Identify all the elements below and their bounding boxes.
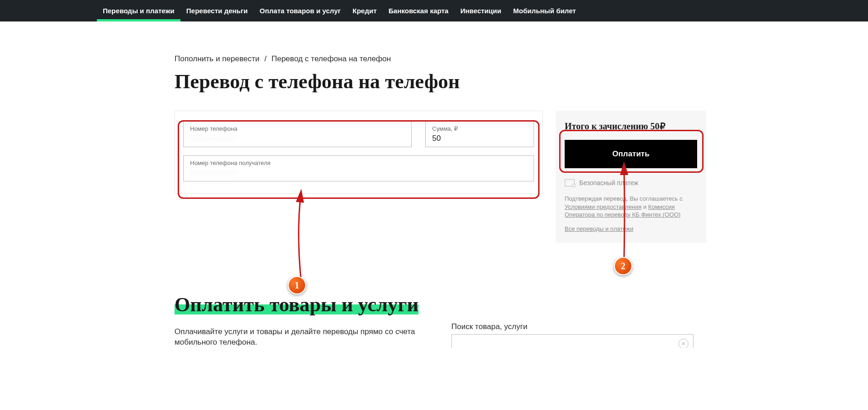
nav-pay-goods[interactable]: Оплата товаров и услуг <box>254 0 346 21</box>
pay-goods-section: Оплатить товары и услуги Оплачивайте усл… <box>175 293 693 348</box>
nav-credit[interactable]: Кредит <box>347 0 383 21</box>
secure-payment-label: Безопасный платеж <box>579 179 638 186</box>
annotation-marker-1: 1 <box>288 276 306 294</box>
sender-phone-value: · · · · · · · · · · · <box>190 134 405 143</box>
sender-phone-label: Номер телефона <box>190 125 405 132</box>
summary-panel: Итого к зачислению 50₽ Оплатить Безопасн… <box>556 111 706 243</box>
amount-field[interactable]: Сумма, ₽ 50 <box>425 121 534 147</box>
pay-button[interactable]: Оплатить <box>565 140 697 168</box>
recipient-phone-value: · · · · · · · · · · · <box>190 168 527 177</box>
sender-phone-field[interactable]: Номер телефона · · · · · · · · · · · <box>183 121 412 147</box>
breadcrumb-parent[interactable]: Пополнить и перевести <box>175 54 259 63</box>
transfer-form-panel: Номер телефона · · · · · · · · · · · Сум… <box>175 111 543 194</box>
search-label: Поиск товара, услуги <box>451 322 693 331</box>
terms-link[interactable]: Условиями предоставления <box>565 203 641 210</box>
disclaimer-text: Подтверждая перевод, Вы соглашаетесь с У… <box>565 195 697 219</box>
page-title: Перевод с телефона на телефон <box>175 70 693 93</box>
secure-payment-row: Безопасный платеж <box>565 179 697 186</box>
breadcrumb-current: Перевод с телефона на телефон <box>271 54 391 63</box>
breadcrumb-separator: / <box>265 54 267 63</box>
nav-transfer-money[interactable]: Перевести деньги <box>180 0 254 21</box>
search-input[interactable]: ✕ <box>451 334 693 348</box>
secure-card-icon <box>565 179 575 186</box>
amount-value: 50 <box>432 134 527 143</box>
recipient-phone-label: Номер телефона получателя <box>190 160 527 166</box>
section-description: Оплачивайте услуги и товары и делайте пе… <box>175 326 430 348</box>
section-title: Оплатить товары и услуги <box>175 293 418 316</box>
annotation-arrow-1 <box>294 194 308 282</box>
nav-transfers-payments[interactable]: Переводы и платежи <box>97 0 180 21</box>
amount-label: Сумма, ₽ <box>432 125 527 132</box>
annotation-marker-2: 2 <box>614 257 632 275</box>
search-block: Поиск товара, услуги ✕ <box>451 322 693 348</box>
top-nav: Переводы и платежи Перевести деньги Опла… <box>0 0 868 21</box>
nav-bank-card[interactable]: Банковская карта <box>383 0 455 21</box>
clear-icon[interactable]: ✕ <box>678 339 688 348</box>
breadcrumb: Пополнить и перевести / Перевод с телефо… <box>175 54 693 64</box>
total-line: Итого к зачислению 50₽ <box>565 121 697 132</box>
nav-investments[interactable]: Инвестиции <box>455 0 508 21</box>
annotation-arrow-2 <box>619 166 629 260</box>
nav-mobile-ticket[interactable]: Мобильный билет <box>507 0 582 21</box>
recipient-phone-field[interactable]: Номер телефона получателя · · · · · · · … <box>183 155 534 181</box>
